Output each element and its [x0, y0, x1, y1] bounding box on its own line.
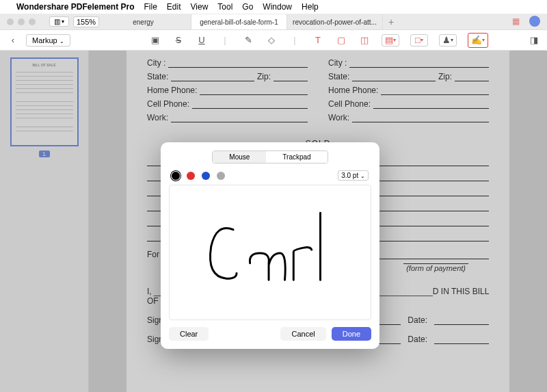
dialog-buttons: Clear Cancel Done	[169, 327, 371, 341]
minimize-window-icon[interactable]	[18, 18, 25, 25]
signature-options: 3.0 pt ⌄	[169, 170, 371, 181]
menubar: Wondershare PDFelement Pro File Edit Vie…	[0, 0, 547, 14]
color-black[interactable]	[172, 172, 180, 180]
cancel-button[interactable]: Cancel	[280, 327, 325, 341]
done-button[interactable]: Done	[332, 327, 371, 341]
menu-view[interactable]: View	[191, 2, 209, 12]
menu-window[interactable]: Window	[263, 2, 292, 12]
highlight-icon[interactable]: ▣	[149, 34, 161, 47]
color-gray[interactable]	[217, 172, 225, 180]
seg-mouse[interactable]: Mouse	[213, 151, 266, 163]
input-method-segmented: Mouse Trackpad	[169, 151, 371, 164]
note-icon[interactable]: ▤▾	[382, 34, 399, 47]
apps-grid-icon[interactable]: ▦	[512, 16, 520, 26]
stroke-width-select[interactable]: 3.0 pt ⌄	[338, 170, 369, 181]
sidebar-toggle-button[interactable]: ▥▾	[49, 16, 69, 27]
clear-button[interactable]: Clear	[169, 327, 209, 341]
signature-drawing	[170, 185, 371, 319]
pencil-icon[interactable]: ✎	[242, 34, 254, 47]
back-icon[interactable]: ‹	[7, 34, 19, 47]
seg-trackpad[interactable]: Trackpad	[266, 151, 327, 163]
markup-dropdown[interactable]: Markup ⌄	[26, 34, 70, 47]
add-tab-button[interactable]: +	[383, 16, 399, 27]
maximize-window-icon[interactable]	[29, 18, 36, 25]
color-red[interactable]	[187, 172, 195, 180]
callout-icon[interactable]: ◫	[358, 34, 371, 47]
tab-bill-of-sale[interactable]: general-bill-of-sale-form-1	[191, 14, 287, 29]
separator-1: |	[219, 34, 231, 47]
eraser-icon[interactable]: ◇	[265, 34, 278, 47]
app-window: ▥▾ 155% energy general-bill-of-sale-form…	[0, 14, 547, 392]
menu-tool[interactable]: Tool	[217, 2, 232, 12]
text-icon[interactable]: T	[312, 34, 324, 47]
signature-icon[interactable]: ✍▾	[468, 33, 488, 48]
tab-revocation[interactable]: revocation-of-power-of-att...	[287, 14, 383, 29]
signature-dialog: Mouse Trackpad 3.0 pt ⌄ Clear	[161, 142, 379, 349]
menu-edit[interactable]: Edit	[167, 2, 181, 12]
underline-icon[interactable]: U	[196, 34, 208, 47]
stamp-icon[interactable]: ♟▾	[439, 34, 457, 47]
markup-toolbar: ‹ Markup ⌄ ▣ S̶ U | ✎ ◇ | T ▢ ◫ ▤▾ □▾ ♟▾…	[0, 30, 547, 51]
app-name[interactable]: Wondershare PDFelement Pro	[16, 2, 135, 12]
color-blue[interactable]	[202, 172, 210, 180]
signature-canvas[interactable]	[169, 185, 371, 320]
menu-file[interactable]: File	[144, 2, 157, 12]
strikethrough-icon[interactable]: S̶	[172, 34, 185, 47]
shape-icon[interactable]: □▾	[410, 34, 428, 47]
textbox-icon[interactable]: ▢	[335, 34, 347, 47]
titlebar: ▥▾ 155% energy general-bill-of-sale-form…	[0, 14, 547, 30]
tab-energy[interactable]: energy	[96, 14, 191, 29]
separator-2: |	[289, 34, 301, 47]
panel-toggle-icon[interactable]: ◨	[528, 34, 540, 47]
document-tabs: energy general-bill-of-sale-form-1 revoc…	[96, 14, 520, 30]
close-window-icon[interactable]	[7, 18, 14, 25]
menu-help[interactable]: Help	[302, 2, 319, 12]
user-avatar[interactable]	[529, 16, 540, 27]
menu-go[interactable]: Go	[242, 2, 253, 12]
